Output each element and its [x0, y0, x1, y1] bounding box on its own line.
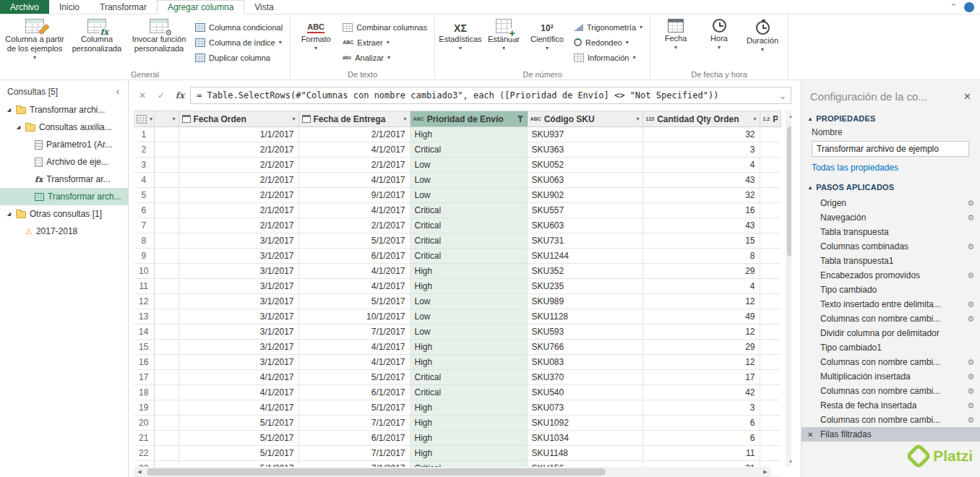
cell-codigo-sku[interactable]: SKU1128 — [527, 309, 642, 325]
step-settings-gear-icon[interactable]: ⚙ — [967, 300, 974, 309]
cell-blank[interactable] — [154, 218, 179, 233]
cell-blank[interactable] — [154, 279, 179, 294]
cell-prioridad-envio[interactable]: Low — [410, 309, 527, 325]
cell-blank[interactable] — [154, 203, 179, 218]
cell-blank[interactable] — [154, 233, 179, 249]
step-settings-gear-icon[interactable]: ⚙ — [967, 372, 974, 382]
column-dropdown-icon[interactable]: ▾ — [753, 116, 756, 122]
cell-cantidad[interactable]: 11 — [642, 446, 760, 461]
cell-blank[interactable] — [154, 416, 179, 431]
cell-blank[interactable] — [154, 325, 179, 340]
row-number[interactable]: 11 — [134, 279, 154, 294]
cell-pre[interactable] — [760, 416, 781, 431]
applied-step[interactable]: Columnas con nombre cambi...⚙ — [801, 311, 980, 326]
cell-codigo-sku[interactable]: SKU235 — [527, 279, 642, 294]
cell-codigo-sku[interactable]: SKU1034 — [527, 431, 642, 446]
invoke-custom-function-button[interactable]: Invocar función personalizada — [129, 17, 189, 68]
sidebar-item[interactable]: Parámetro1 (Ar... — [0, 136, 128, 153]
cell-pre[interactable] — [760, 233, 781, 249]
cell-codigo-sku[interactable]: SKU593 — [527, 325, 642, 340]
cell-cantidad[interactable]: 16 — [642, 203, 760, 218]
column-dropdown-icon[interactable]: ▾ — [403, 116, 406, 122]
cell-cantidad[interactable]: 3 — [642, 142, 760, 158]
cell-prioridad-envio[interactable]: Critical — [410, 203, 527, 218]
scroll-left-icon[interactable]: ◀ — [134, 467, 145, 477]
cell-fecha-orden[interactable]: 4/1/2017 — [179, 370, 298, 385]
formula-input[interactable]: = Table.SelectRows(#"Columnas con nombre… — [190, 87, 791, 104]
cell-fecha-entrega[interactable]: 9/1/2017 — [298, 188, 410, 203]
tab-inicio[interactable]: Inicio — [49, 0, 90, 14]
row-number[interactable]: 13 — [134, 309, 154, 325]
cell-fecha-entrega[interactable]: 5/1/2017 — [298, 370, 410, 385]
cell-fecha-entrega[interactable]: 2/1/2017 — [298, 158, 410, 173]
column-header-pre[interactable]: 1.2 Pre — [760, 111, 781, 127]
row-number[interactable]: 10 — [134, 264, 154, 279]
cell-fecha-entrega[interactable]: 4/1/2017 — [298, 279, 410, 294]
cell-fecha-orden[interactable]: 2/1/2017 — [179, 142, 298, 158]
sidebar-item[interactable]: Archivo de eje... — [0, 153, 128, 171]
cell-codigo-sku[interactable]: SKU352 — [527, 264, 642, 279]
row-number[interactable]: 12 — [134, 294, 154, 309]
cell-fecha-entrega[interactable]: 7/1/2017 — [298, 325, 410, 340]
column-dropdown-icon[interactable]: ▾ — [172, 116, 175, 122]
cell-prioridad-envio[interactable]: High — [410, 279, 527, 294]
cell-codigo-sku[interactable]: SKU363 — [527, 142, 642, 158]
cell-fecha-orden[interactable]: 2/1/2017 — [179, 218, 298, 233]
applied-step[interactable]: Resta de fecha insertada⚙ — [801, 398, 980, 413]
cell-prioridad-envio[interactable]: Low — [410, 173, 527, 188]
sidebar-item[interactable]: ⚠2017-2018 — [0, 223, 128, 240]
row-number[interactable]: 3 — [134, 158, 154, 173]
cell-codigo-sku[interactable]: SKU1148 — [527, 446, 642, 461]
cell-prioridad-envio[interactable]: High — [410, 416, 527, 431]
cell-cantidad[interactable]: 8 — [642, 249, 760, 264]
account-icon[interactable] — [964, 2, 974, 12]
cell-fecha-entrega[interactable]: 7/1/2017 — [298, 446, 410, 461]
cell-pre[interactable] — [760, 188, 781, 203]
cell-codigo-sku[interactable]: SKU766 — [527, 340, 642, 355]
applied-step[interactable]: Columnas con nombre cambi...⚙ — [801, 384, 980, 398]
applied-step[interactable]: Tipo cambiado1 — [801, 340, 980, 355]
column-header-prioridad-de-envio[interactable]: ABC Prioridad de Envío — [410, 111, 527, 127]
cell-blank[interactable] — [154, 370, 179, 385]
cell-cantidad[interactable]: 32 — [642, 188, 760, 203]
cell-fecha-orden[interactable]: 3/1/2017 — [179, 249, 298, 264]
tab-agregar-columna[interactable]: Agregar columna — [157, 0, 244, 14]
cell-fecha-entrega[interactable]: 4/1/2017 — [298, 203, 410, 218]
rounding-button[interactable]: Redondeo ▾ — [574, 36, 642, 48]
applied-step[interactable]: Dividir columna por delimitador — [801, 326, 980, 340]
index-column-button[interactable]: Columna de índice ▾ — [195, 36, 283, 48]
cell-cantidad[interactable]: 6 — [642, 431, 760, 446]
step-settings-gear-icon[interactable]: ⚙ — [967, 416, 974, 425]
cell-fecha-entrega[interactable]: 4/1/2017 — [298, 340, 410, 355]
row-number[interactable]: 5 — [134, 188, 154, 203]
applied-step[interactable]: Origen⚙ — [801, 196, 980, 210]
cell-fecha-orden[interactable]: 3/1/2017 — [179, 264, 298, 279]
table-menu-dropdown-icon[interactable]: ▾ — [150, 116, 152, 122]
cell-cantidad[interactable]: 29 — [642, 340, 760, 355]
horizontal-scrollbar[interactable]: ◀ ▶ — [134, 467, 771, 477]
cell-codigo-sku[interactable]: SKU557 — [527, 203, 642, 218]
cell-codigo-sku[interactable]: SKU989 — [527, 294, 642, 309]
cell-codigo-sku[interactable]: SKU052 — [527, 158, 642, 173]
cell-cantidad[interactable]: 29 — [642, 264, 760, 279]
delete-step-icon[interactable]: ✕ — [807, 431, 813, 439]
expand-formula-bar-icon[interactable]: ⌄ — [776, 91, 789, 100]
cell-prioridad-envio[interactable]: High — [410, 127, 527, 142]
vertical-scrollbar[interactable]: ▲ ▼ — [786, 111, 791, 467]
cell-prioridad-envio[interactable]: Low — [410, 158, 527, 173]
cell-fecha-entrega[interactable]: 4/1/2017 — [298, 264, 410, 279]
cell-cantidad[interactable]: 12 — [642, 355, 760, 370]
cell-fecha-orden[interactable]: 3/1/2017 — [179, 325, 298, 340]
cell-fecha-orden[interactable]: 3/1/2017 — [179, 340, 298, 355]
cell-pre[interactable] — [760, 325, 781, 340]
properties-section-header[interactable]: ▴ PROPIEDADES — [801, 110, 980, 126]
step-settings-gear-icon[interactable]: ⚙ — [967, 242, 974, 252]
applied-step[interactable]: Columnas combinadas⚙ — [801, 239, 980, 254]
sidebar-item[interactable]: Transformar arch... — [0, 188, 128, 205]
row-number[interactable]: 9 — [134, 249, 154, 264]
cell-fecha-orden[interactable]: 4/1/2017 — [179, 385, 298, 400]
step-settings-gear-icon[interactable]: ⚙ — [967, 213, 974, 223]
column-header-blank[interactable]: ▾ — [154, 111, 179, 127]
scientific-button[interactable]: 10² Científico ▾ — [526, 17, 568, 68]
applied-step[interactable]: Encabezados promovidos⚙ — [801, 268, 980, 283]
